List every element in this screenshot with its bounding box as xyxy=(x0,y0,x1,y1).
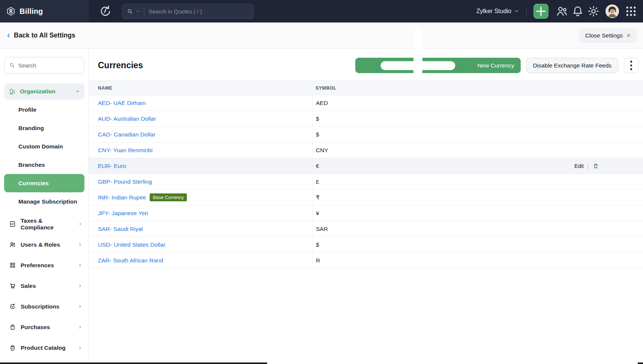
chevron-right-icon xyxy=(78,263,82,267)
sidebar-item-product-catalog[interactable]: Product Catalog xyxy=(4,337,84,358)
table-row: SAR- Saudi RiyalSAR xyxy=(89,221,643,237)
base-currency-badge: Base Currency xyxy=(150,193,187,201)
bell-icon xyxy=(571,4,584,18)
settings-sidebar: Organization ProfileBrandingCustom Domai… xyxy=(0,49,89,364)
currency-link[interactable]: EUR- Euro xyxy=(98,163,126,169)
table-body: AED- UAE DirhamAEDAUD- Australian Dollar… xyxy=(89,95,643,268)
back-to-settings-link[interactable]: Back to All Settings xyxy=(6,31,75,39)
currencies-table: NAME SYMBOL AED- UAE DirhamAEDAUD- Austr… xyxy=(89,81,643,364)
search-divider xyxy=(144,7,144,15)
currency-link[interactable]: ZAR- South African Rand xyxy=(98,257,163,264)
new-currency-button[interactable]: New Currency xyxy=(355,58,520,73)
avatar[interactable] xyxy=(605,4,619,18)
sidebar-item-sales[interactable]: Sales xyxy=(4,276,84,296)
bag-icon xyxy=(9,324,16,331)
currency-symbol-cell: $ xyxy=(312,111,643,126)
currency-name-cell: ZAR- South African Rand xyxy=(89,257,312,264)
sync-check-icon xyxy=(9,303,16,310)
currency-symbol-cell: €Edit| xyxy=(312,158,643,174)
sidebar-item-manage-subscription[interactable]: Manage Subscription xyxy=(4,192,84,211)
currency-link[interactable]: GBP- Pound Sterling xyxy=(98,178,152,185)
currency-symbol-cell: $ xyxy=(312,237,643,252)
currency-name-cell: USD- United States Dollar xyxy=(89,241,312,248)
sidebar-item-organization[interactable]: Organization xyxy=(4,83,84,100)
more-options-button[interactable] xyxy=(624,58,638,73)
sidebar-item-preferences[interactable]: Preferences xyxy=(4,255,84,276)
organization-children: ProfileBrandingCustom DomainBranchesCurr… xyxy=(4,100,84,211)
apps-button[interactable] xyxy=(624,4,638,18)
sidebar-item-taxes-compliance[interactable]: Taxes & Compliance xyxy=(4,214,84,234)
sidebar-item-subscriptions[interactable]: Subscriptions xyxy=(4,296,84,317)
edit-link[interactable]: Edit xyxy=(574,163,584,169)
sidebar-item-custom-domain[interactable]: Custom Domain xyxy=(4,137,84,156)
column-header-name: NAME xyxy=(89,85,312,91)
currency-symbol-cell: CNY xyxy=(312,142,643,158)
navbar-divider xyxy=(526,7,527,16)
currency-symbol: CNY xyxy=(316,147,643,154)
currency-link[interactable]: AUD- Australian Dollar xyxy=(98,115,156,122)
search-icon xyxy=(9,62,15,68)
chevron-left-icon xyxy=(6,33,11,38)
currency-symbol-cell: ₹ xyxy=(312,190,643,205)
gear-icon xyxy=(587,4,600,18)
notifications-button[interactable] xyxy=(571,4,584,18)
sidebar-item-branding[interactable]: Branding xyxy=(4,119,84,137)
global-search[interactable] xyxy=(122,4,254,19)
currency-link[interactable]: JPY- Japanese Yen xyxy=(98,210,148,217)
settings-header-bar: Back to All Settings Close Settings xyxy=(0,22,643,49)
currency-symbol: $ xyxy=(316,115,643,122)
main-panel: Currencies New Currency Disable Exchange… xyxy=(89,49,643,364)
table-row: JPY- Japanese Yen¥ xyxy=(89,205,643,221)
currency-symbol-cell: SAR xyxy=(312,221,643,237)
org-switcher[interactable]: Zylker Studio xyxy=(473,6,522,17)
chevron-right-icon xyxy=(78,284,82,288)
currency-link[interactable]: USD- United States Dollar xyxy=(98,241,165,248)
currency-symbol-cell: AED xyxy=(312,95,643,111)
apps-grid-icon xyxy=(624,4,638,18)
currency-link[interactable]: CNY- Yuan Renminbi xyxy=(98,147,153,154)
sidebar-item-users-roles[interactable]: Users & Roles xyxy=(4,234,84,255)
currency-link[interactable]: AED- UAE Dirham xyxy=(98,100,146,106)
row-actions: Edit| xyxy=(574,163,643,169)
currency-name-cell: AUD- Australian Dollar xyxy=(89,115,312,122)
sidebar-item-profile[interactable]: Profile xyxy=(4,100,84,119)
table-row: AUD- Australian Dollar$ xyxy=(89,111,643,127)
actions-divider: | xyxy=(587,163,589,169)
organization-label: Organization xyxy=(20,88,56,95)
chevron-right-icon xyxy=(78,243,82,247)
close-settings-button[interactable]: Close Settings xyxy=(579,28,637,43)
currency-symbol-cell: ¥ xyxy=(312,205,643,221)
chevron-down-icon xyxy=(514,9,519,13)
quick-create-button[interactable] xyxy=(533,4,548,19)
sidebar-search[interactable] xyxy=(4,57,84,73)
users-button[interactable] xyxy=(555,4,569,18)
content-body: Organization ProfileBrandingCustom Domai… xyxy=(0,49,643,364)
global-search-input[interactable] xyxy=(149,8,249,15)
disable-exchange-rate-feeds-button[interactable]: Disable Exchange Rate Feeds xyxy=(526,58,618,73)
bag-minus-icon xyxy=(9,344,16,351)
currency-name-cell: INR- Indian RupeeBase Currency xyxy=(89,193,312,201)
currency-link[interactable]: SAR- Saudi Riyal xyxy=(98,226,143,232)
sidebar-item-branches[interactable]: Branches xyxy=(4,156,84,174)
history-button[interactable] xyxy=(99,4,112,18)
currency-link[interactable]: CAD- Canadian Dollar xyxy=(98,131,155,138)
sidebar-item-label: Product Catalog xyxy=(21,345,66,351)
close-label: Close Settings xyxy=(585,32,623,39)
currency-symbol-cell: £ xyxy=(312,174,643,189)
avatar-image xyxy=(605,4,619,18)
sidebar-item-purchases[interactable]: Purchases xyxy=(4,317,84,337)
currency-symbol: € xyxy=(316,163,574,169)
sidebar-search-input[interactable] xyxy=(18,62,80,69)
currency-symbol-cell: $ xyxy=(312,127,643,142)
sidebar-item-currencies[interactable]: Currencies xyxy=(4,174,84,192)
settings-button[interactable] xyxy=(587,4,600,18)
table-row: INR- Indian RupeeBase Currency₹ xyxy=(89,190,643,205)
chevron-right-icon xyxy=(78,222,82,226)
preferences-icon xyxy=(9,262,16,269)
currency-name-cell: CAD- Canadian Dollar xyxy=(89,131,312,138)
search-scope-chevron-icon[interactable] xyxy=(136,9,140,13)
cart-icon xyxy=(9,282,16,289)
trash-icon[interactable] xyxy=(593,163,599,169)
main-header: Currencies New Currency Disable Exchange… xyxy=(89,49,643,81)
currency-link[interactable]: INR- Indian Rupee xyxy=(98,194,146,201)
